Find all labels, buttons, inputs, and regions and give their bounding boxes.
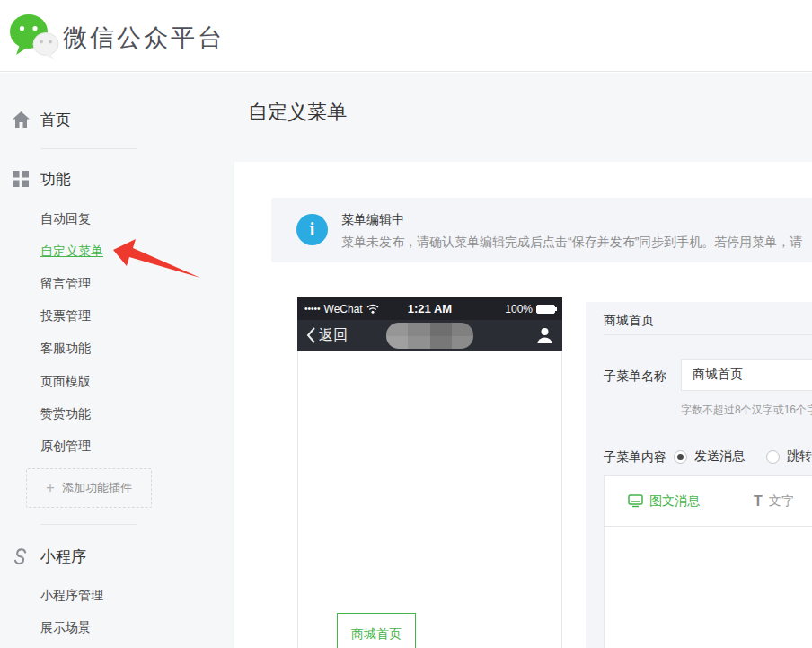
content-tabs: 图文消息 T 文字 bbox=[605, 476, 812, 527]
annotation-arrow-icon bbox=[106, 232, 207, 284]
sidebar-item-message-management[interactable]: 留言管理 bbox=[40, 276, 91, 292]
tab-image-text-message[interactable]: 图文消息 bbox=[628, 493, 700, 510]
text-icon: T bbox=[754, 493, 763, 510]
radio-selected-icon bbox=[674, 450, 687, 464]
sidebar-item-customer-service[interactable]: 客服功能 bbox=[40, 341, 91, 357]
menu-editing-banner: i 菜单编辑中 菜单未发布，请确认菜单编辑完成后点击“保存并发布”同步到手机。若… bbox=[271, 198, 812, 262]
content-type-radio-group: 发送消息 跳转网页 bbox=[674, 448, 812, 465]
top-header: 微信公众平台 bbox=[0, 0, 812, 72]
phone-status-bar: ••••• WeChat 1:21 AM 100% bbox=[297, 297, 562, 320]
tab-label: 图文消息 bbox=[649, 493, 700, 510]
image-text-icon bbox=[628, 494, 643, 508]
sidebar-item-original-management[interactable]: 原创管理 bbox=[40, 439, 91, 455]
banner-description: 菜单未发布，请确认菜单编辑完成后点击“保存并发布”同步到手机。若停用菜单，请 bbox=[341, 235, 802, 251]
submenu-popup: 商城首页 特价门票 bbox=[337, 613, 416, 648]
submenu-name-input[interactable] bbox=[681, 359, 812, 391]
submenu-item-selected[interactable]: 商城首页 bbox=[337, 613, 416, 648]
censored-account-name bbox=[386, 323, 473, 349]
phone-screen-body: 商城首页 特价门票 bbox=[297, 351, 562, 648]
sidebar-item-features[interactable]: 功能 bbox=[40, 169, 71, 190]
phone-nav-bar: 返回 bbox=[297, 320, 562, 351]
name-helper-text: 字数不超过8个汉字或16个字母 bbox=[681, 403, 812, 418]
miniprogram-icon bbox=[11, 547, 30, 566]
back-button[interactable]: 返回 bbox=[306, 326, 348, 345]
sidebar-item-auto-reply[interactable]: 自动回复 bbox=[40, 211, 91, 227]
brand-title: 微信公众平台 bbox=[63, 22, 225, 54]
chevron-left-icon bbox=[306, 327, 315, 343]
editor-panel-title: 商城首页 bbox=[604, 313, 654, 329]
page-title: 自定义菜单 bbox=[248, 99, 347, 126]
radio-unselected-icon bbox=[766, 450, 780, 464]
sidebar-divider-2 bbox=[40, 524, 137, 525]
sidebar-item-display-scene[interactable]: 展示场景 bbox=[40, 620, 91, 636]
battery-icon bbox=[536, 305, 555, 314]
add-plugin-label: 添加功能插件 bbox=[62, 480, 132, 496]
sidebar-item-page-template[interactable]: 页面模版 bbox=[40, 374, 91, 390]
home-icon bbox=[13, 111, 30, 128]
sidebar-item-reward-feature[interactable]: 赞赏功能 bbox=[40, 406, 91, 422]
submenu-editor-panel: 商城首页 子菜单名称 字数不超过8个汉字或16个字母 子菜单内容 发送消息 跳转… bbox=[586, 302, 812, 648]
tab-label: 文字 bbox=[769, 493, 794, 510]
sidebar-item-miniprogram-management[interactable]: 小程序管理 bbox=[40, 588, 103, 604]
submenu-content-label: 子菜单内容 bbox=[604, 449, 666, 466]
banner-title: 菜单编辑中 bbox=[341, 212, 404, 228]
contact-person-icon[interactable] bbox=[536, 327, 553, 343]
add-plugin-button[interactable]: + 添加功能插件 bbox=[26, 468, 152, 508]
radio-option-jump-page[interactable]: 跳转网页 bbox=[766, 448, 812, 465]
battery-percent: 100% bbox=[505, 303, 533, 315]
message-content-box: 图文消息 T 文字 bbox=[604, 475, 812, 648]
wechat-mp-screen: 微信公众平台 首页 功能 自动回复 自定义菜单 留言管理 投票管理 客服功能 页… bbox=[0, 0, 812, 648]
wechat-logo-icon bbox=[9, 13, 59, 61]
back-label: 返回 bbox=[319, 326, 348, 345]
features-grid-icon bbox=[13, 171, 29, 187]
editor-divider bbox=[604, 334, 812, 335]
radio-label: 跳转网页 bbox=[787, 448, 812, 465]
tab-text[interactable]: T 文字 bbox=[754, 493, 794, 510]
plus-icon: + bbox=[46, 479, 55, 497]
submenu-name-label: 子菜单名称 bbox=[604, 368, 666, 385]
phone-preview: ••••• WeChat 1:21 AM 100% 返回 bbox=[297, 297, 562, 648]
radio-label: 发送消息 bbox=[694, 448, 745, 465]
radio-option-send-message[interactable]: 发送消息 bbox=[674, 448, 745, 465]
sidebar-item-home[interactable]: 首页 bbox=[40, 110, 71, 130]
sidebar-item-custom-menu[interactable]: 自定义菜单 bbox=[40, 244, 103, 260]
sidebar-item-vote-management[interactable]: 投票管理 bbox=[40, 308, 91, 324]
sidebar-item-miniprogram[interactable]: 小程序 bbox=[40, 546, 86, 567]
sidebar-divider bbox=[40, 148, 137, 149]
info-icon: i bbox=[296, 214, 328, 245]
